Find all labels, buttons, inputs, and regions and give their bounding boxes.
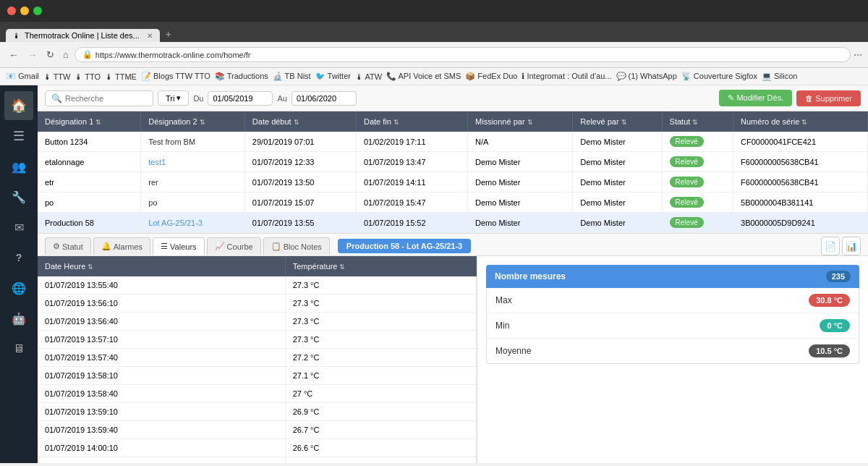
main-table-row[interactable]: etr rer 01/07/2019 13:50 01/07/2019 14:1… [38, 172, 868, 192]
bookmark-api[interactable]: 📞 API Voice et SMS [386, 72, 461, 81]
col-mission[interactable]: Missionné par ⇅ [468, 111, 573, 132]
bookmark-traductions[interactable]: 📚 Traductions [215, 72, 268, 81]
stat-row-min: Min 0 °C [487, 313, 859, 339]
data-table-row[interactable]: 01/07/2019 14:00:40 26.5 °C [38, 457, 477, 464]
col-statut[interactable]: Statut ⇅ [662, 111, 733, 132]
bookmarks-bar: 📧 Gmail 🌡 TTW 🌡 TTO 🌡 TTME 📝 Blogs TTW T… [0, 68, 868, 85]
sidebar-item-monitor[interactable]: 🖥 [4, 334, 33, 363]
bottom-section: Date Heure ⇅ Température ⇅ 01/07/2019 13… [38, 256, 868, 463]
data-table-row[interactable]: 01/07/2019 13:56:40 27.3 °C [38, 313, 477, 331]
bookmark-tbnist[interactable]: 🔬 TB Nist [273, 72, 311, 81]
bookmark-fedex[interactable]: 📦 FedEx Duo [465, 72, 517, 81]
sidebar-item-people[interactable]: 👥 [4, 152, 33, 181]
data-table-row[interactable]: 01/07/2019 13:58:40 27 °C [38, 385, 477, 403]
date-to-input[interactable] [292, 91, 357, 106]
date-from-input[interactable] [208, 91, 273, 106]
bookmark-ttme[interactable]: 🌡 TTME [105, 72, 137, 81]
cell-serial: F600000005638CB41 [733, 152, 868, 172]
bookmark-silicon[interactable]: 💻 Silicon [762, 72, 797, 81]
col-date-debut[interactable]: Date début ⇅ [244, 111, 356, 132]
cell-releve: Demo Mister [573, 132, 662, 152]
delete-btn[interactable]: 🗑 Supprimer [796, 90, 861, 106]
tab-blocnotes[interactable]: 📋 Bloc Notes [263, 237, 330, 255]
bookmark-sigfox[interactable]: 📡 Couverture Sigfox [681, 72, 757, 81]
data-table-row[interactable]: 01/07/2019 14:00:10 26.6 °C [38, 439, 477, 457]
cell-date-heure: 01/07/2019 13:56:40 [38, 313, 285, 331]
back-btn[interactable]: ← [6, 48, 22, 62]
bookmark-blogs[interactable]: 📝 Blogs TTW TTO [141, 72, 210, 81]
tab-statut[interactable]: ⚙ Statut [45, 237, 91, 255]
sidebar-item-robot[interactable]: 🤖 [4, 304, 33, 333]
data-table-row[interactable]: 01/07/2019 13:56:10 27.3 °C [38, 295, 477, 313]
tab-valeurs[interactable]: ☰ Valeurs [153, 237, 204, 255]
data-table-row[interactable]: 01/07/2019 13:57:10 27.3 °C [38, 331, 477, 349]
browser-max-btn[interactable] [33, 7, 42, 15]
breadcrumb-label: Production 58 - Lot AG-25/21-3 [338, 239, 471, 253]
statut-icon: ⚙ [53, 242, 60, 251]
cell-serial: 5B0000004B381141 [733, 192, 868, 213]
reload-btn[interactable]: ↻ [43, 48, 57, 62]
data-table-row[interactable]: 01/07/2019 13:58:10 27.1 °C [38, 367, 477, 385]
data-table-container: Date Heure ⇅ Température ⇅ 01/07/2019 13… [38, 256, 477, 463]
cell-temp: 27 °C [285, 385, 476, 403]
main-table-row[interactable]: Button 1234 Test from BM 29/01/2019 07:0… [38, 132, 868, 152]
search-icon: 🔍 [51, 93, 62, 103]
bookmark-integromat[interactable]: ℹ Integromat : Outil d'au... [522, 72, 611, 81]
cell-statut: Relevé [662, 132, 733, 152]
cell-date-fin: 01/02/2019 17:11 [356, 132, 467, 152]
data-table-row[interactable]: 01/07/2019 13:59:40 26.7 °C [38, 421, 477, 439]
col-des1[interactable]: Désignation 1 ⇅ [38, 111, 141, 132]
col-temperature[interactable]: Température ⇅ [285, 256, 476, 276]
bookmark-twitter[interactable]: 🐦 Twitter [315, 72, 351, 81]
browser-tab[interactable]: 🌡 Thermotrack Online | Liste des... ✕ [6, 29, 160, 42]
main-table-row[interactable]: po po 01/07/2019 15:07 01/07/2019 15:47 … [38, 192, 868, 213]
main-table-row[interactable]: etalonnage test1 01/07/2019 12:33 01/07/… [38, 152, 868, 172]
tab-alarmes[interactable]: 🔔 Alarmes [93, 237, 150, 255]
cell-date-debut: 29/01/2019 07:01 [244, 132, 356, 152]
new-tab-btn[interactable]: + [160, 26, 177, 42]
main-table-row[interactable]: Production 58 Lot AG-25/21-3 01/07/2019 … [38, 213, 868, 233]
forward-btn[interactable]: → [25, 48, 41, 62]
sidebar-item-translate[interactable]: 🌐 [4, 274, 33, 302]
url-bar[interactable]: 🔒 https://www.thermotrack-online.com/hom… [75, 47, 851, 62]
sort-label: Tri [166, 94, 174, 103]
sort-btn[interactable]: Tri ▾ [158, 90, 189, 106]
search-input[interactable] [65, 94, 145, 103]
main-table-container: Désignation 1 ⇅ Désignation 2 ⇅ Date déb… [38, 111, 868, 234]
tabs-bar: ⚙ Statut 🔔 Alarmes ☰ Valeurs 📈 Courbe 📋 … [38, 234, 868, 256]
bookmark-gmail[interactable]: 📧 Gmail [6, 72, 39, 81]
data-table-row[interactable]: 01/07/2019 13:59:10 26.9 °C [38, 403, 477, 421]
sidebar-item-mail[interactable]: ✉ [4, 213, 33, 242]
sidebar-item-settings[interactable]: 🔧 [4, 182, 33, 211]
sidebar-item-list[interactable]: ☰ [4, 122, 33, 151]
sidebar-item-help[interactable]: ? [4, 243, 33, 272]
col-date-heure[interactable]: Date Heure ⇅ [38, 256, 285, 276]
home-nav-btn[interactable]: ⌂ [60, 48, 72, 62]
cell-temp: 27.3 °C [285, 331, 476, 349]
export-pdf-btn[interactable]: 📄 [821, 237, 840, 255]
nav-bar: ← → ↻ ⌂ 🔒 https://www.thermotrack-online… [0, 42, 868, 68]
cell-date-heure: 01/07/2019 13:56:10 [38, 295, 285, 313]
data-table-row[interactable]: 01/07/2019 13:57:40 27.2 °C [38, 349, 477, 367]
stats-count-badge: 235 [826, 271, 851, 282]
cell-temp: 26.9 °C [285, 403, 476, 421]
tab-courbe[interactable]: 📈 Courbe [207, 237, 261, 255]
extensions-btn[interactable]: ⋯ [854, 50, 862, 60]
modify-btn[interactable]: ✎ Modifier Dés. [719, 90, 792, 106]
col-date-fin[interactable]: Date fin ⇅ [356, 111, 467, 132]
search-box[interactable]: 🔍 [45, 90, 153, 106]
bookmark-ttw[interactable]: 🌡 TTW [43, 72, 71, 81]
bookmark-atw[interactable]: 🌡 ATW [355, 72, 382, 81]
bookmark-whatsapp[interactable]: 💬 (1) WhatsApp [616, 72, 677, 81]
data-table-row[interactable]: 01/07/2019 13:55:40 27.3 °C [38, 276, 477, 295]
sidebar-item-home[interactable]: 🏠 [4, 91, 33, 120]
tab-close-icon[interactable]: ✕ [147, 32, 153, 40]
export-csv-btn[interactable]: 📊 [842, 237, 861, 255]
col-releve[interactable]: Relevé par ⇅ [573, 111, 662, 132]
browser-close-btn[interactable] [7, 7, 16, 15]
bookmark-tto[interactable]: 🌡 TTO [75, 72, 101, 81]
col-serial[interactable]: Numéro de série ⇅ [733, 111, 868, 132]
browser-min-btn[interactable] [20, 7, 29, 15]
col-des2[interactable]: Désignation 2 ⇅ [141, 111, 245, 132]
cell-mission: N/A [468, 132, 573, 152]
